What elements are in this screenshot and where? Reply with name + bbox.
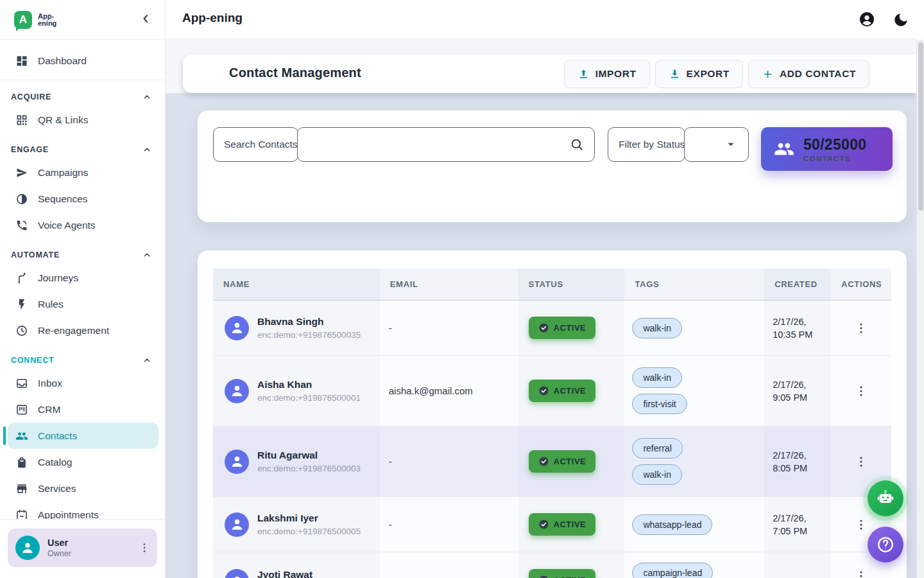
sidebar-item-voice-agents[interactable]: Voice Agents [0, 212, 165, 238]
search-field[interactable]: Search Contacts [213, 127, 595, 162]
sidebar-item-qr-links[interactable]: QR & Links [0, 107, 165, 133]
contact-avatar-icon [225, 569, 249, 578]
contacts-count: 50/25000 [803, 136, 866, 153]
column-header-created[interactable]: CREATED [764, 268, 831, 300]
sidebar-item-inbox[interactable]: Inbox [0, 370, 165, 396]
sidebar-item-journeys[interactable]: Journeys [0, 265, 165, 291]
row-actions-button[interactable] [854, 384, 868, 398]
sidebar-section-acquire: ACQUIRE QR & Links [0, 90, 165, 133]
user-menu-button[interactable] [138, 541, 151, 554]
page-scrollbar[interactable] [916, 40, 924, 578]
page-toolbar: Contact Management IMPORT EXPORT ADD CON… [183, 55, 916, 93]
column-header-email[interactable]: EMAIL [380, 268, 518, 300]
row-actions-button[interactable] [854, 321, 868, 335]
tag-pill: whatsapp-lead [632, 514, 712, 535]
chevron-down-icon[interactable] [724, 137, 738, 152]
contacts-group-icon [774, 139, 794, 159]
dashboard-icon [15, 55, 28, 67]
table-row: Ritu Agarwal enc:demo:+919876500003 - AC… [213, 426, 891, 497]
contact-avatar-icon [225, 512, 249, 537]
sidebar-item-campaigns[interactable]: Campaigns [0, 159, 165, 186]
check-circle-icon [538, 456, 549, 467]
contact-avatar-icon [225, 450, 249, 474]
sidebar-section-connect: CONNECT Inbox CRM Contacts Catalog Servi… [0, 353, 165, 519]
row-actions-button[interactable] [854, 569, 868, 578]
tag-pill: walk-in [632, 318, 682, 338]
tags-cell: walk-in [624, 301, 764, 355]
section-header-automate[interactable]: AUTOMATE [0, 248, 165, 262]
status-cell: ACTIVE [518, 301, 625, 355]
sidebar-item-sequences[interactable]: Sequences [0, 186, 165, 212]
sidebar-item-appointments[interactable]: Appointments [0, 502, 165, 519]
tags-cell: walk-infirst-visit [624, 356, 764, 426]
sidebar-item-re-engagement[interactable]: Re-engagement [0, 317, 165, 344]
tag-pill: referral [632, 438, 682, 459]
contact-phone: enc:demo:+919876500003 [257, 464, 361, 473]
email-cell: - [380, 426, 518, 496]
name-cell: Aisha Khan enc:demo:+919876500001 [213, 356, 380, 426]
table-row: Aisha Khan enc:demo:+919876500001 aisha.… [213, 356, 891, 426]
dark-mode-moon-icon[interactable] [893, 12, 907, 26]
tags-cell: referralwalk-in [624, 426, 764, 496]
column-header-status[interactable]: STATUS [518, 268, 625, 300]
status-badge: ACTIVE [529, 450, 596, 473]
sidebar-item-services[interactable]: Services [0, 475, 165, 502]
brand-logo: A App- ening [0, 0, 165, 40]
status-cell: ACTIVE [518, 426, 625, 496]
sidebar-collapse-button[interactable] [139, 12, 155, 28]
sidebar-footer: User Owner [0, 519, 165, 578]
clock-icon [15, 324, 28, 337]
user-card[interactable]: User Owner [8, 529, 157, 567]
import-button[interactable]: IMPORT [564, 60, 650, 88]
sidebar-item-crm[interactable]: CRM [0, 396, 165, 423]
contact-phone: enc:demo:+919876500001 [257, 393, 361, 403]
brand-logo-icon: A [14, 11, 32, 29]
tag-pill: walk-in [632, 464, 682, 485]
name-cell: Lakshmi Iyer enc:demo:+919876500005 [213, 497, 380, 552]
group-icon [15, 430, 28, 442]
contact-name: Ritu Agarwal [257, 450, 361, 461]
status-cell: ACTIVE [518, 356, 625, 426]
scrollbar-thumb[interactable] [918, 42, 923, 211]
column-header-tags[interactable]: TAGS [624, 268, 764, 300]
contact-phone: enc:demo:+919876500005 [257, 527, 361, 536]
check-circle-icon [538, 575, 549, 578]
name-cell: Bhavna Singh enc:demo:+919876500035 [213, 301, 380, 355]
status-filter-select[interactable]: Filter by Status [608, 127, 749, 162]
row-actions-button[interactable] [854, 518, 868, 532]
contact-avatar-icon [225, 316, 249, 340]
add-contact-button[interactable]: ADD CONTACT [748, 60, 869, 88]
search-input[interactable] [213, 127, 595, 162]
toolbar-buttons: IMPORT EXPORT ADD CONTACT [564, 60, 869, 88]
status-badge: ACTIVE [529, 513, 596, 536]
sidebar-item-dashboard[interactable]: Dashboard [0, 48, 165, 74]
column-header-name[interactable]: NAME [213, 268, 380, 300]
user-avatar-icon [15, 536, 40, 560]
account-icon[interactable] [859, 11, 875, 28]
route-icon [15, 272, 28, 285]
section-header-connect[interactable]: CONNECT [0, 353, 165, 367]
table-row: Jyoti Rawat ACTIVE campaign-lead 2/17/26… [213, 552, 891, 578]
sidebar-item-catalog[interactable]: Catalog [0, 449, 165, 475]
row-actions-button[interactable] [854, 455, 868, 469]
status-filter-label: Filter by Status [608, 139, 685, 150]
sidebar-section-automate: AUTOMATE Journeys Rules Re-engagement [0, 248, 165, 344]
email-cell: - [380, 301, 518, 355]
export-button[interactable]: EXPORT [655, 60, 743, 88]
chatbot-fab-button[interactable] [868, 480, 903, 516]
tag-pill: first-visit [632, 394, 687, 414]
contact-name: Jyoti Rawat [257, 569, 312, 578]
sidebar-item-contacts[interactable]: Contacts [8, 423, 158, 449]
section-header-engage[interactable]: ENGAGE [0, 143, 165, 157]
contact-phone: enc:demo:+919876500035 [257, 330, 361, 340]
upload-icon [578, 68, 590, 80]
help-fab-button[interactable] [868, 527, 903, 563]
name-cell: Jyoti Rawat [213, 552, 380, 578]
sidebar-item-rules[interactable]: Rules [0, 291, 165, 317]
column-header-actions[interactable]: ACTIONS [831, 268, 891, 300]
contact-name: Lakshmi Iyer [257, 512, 361, 524]
status-badge: ACTIVE [529, 317, 596, 339]
table-row: Lakshmi Iyer enc:demo:+919876500005 - AC… [213, 497, 891, 552]
section-header-acquire[interactable]: ACQUIRE [0, 90, 165, 104]
kanban-icon [15, 403, 28, 416]
